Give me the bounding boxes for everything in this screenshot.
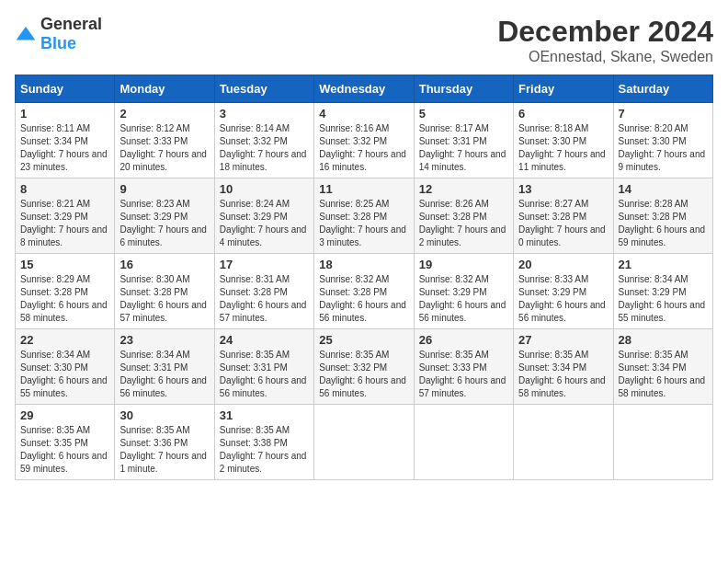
calendar-cell: 21 Sunrise: 8:34 AM Sunset: 3:29 PM Dayl… bbox=[613, 254, 712, 329]
week-row-5: 29 Sunrise: 8:35 AM Sunset: 3:35 PM Dayl… bbox=[16, 405, 713, 480]
calendar-cell: 18 Sunrise: 8:32 AM Sunset: 3:28 PM Dayl… bbox=[314, 254, 414, 329]
calendar-cell: 11 Sunrise: 8:25 AM Sunset: 3:28 PM Dayl… bbox=[314, 178, 414, 254]
day-number: 19 bbox=[419, 258, 508, 271]
calendar-cell: 27 Sunrise: 8:35 AM Sunset: 3:34 PM Dayl… bbox=[514, 329, 613, 405]
calendar-cell: 12 Sunrise: 8:26 AM Sunset: 3:28 PM Dayl… bbox=[414, 178, 513, 254]
day-info: Sunrise: 8:35 AM Sunset: 3:34 PM Dayligh… bbox=[619, 349, 708, 400]
day-number: 22 bbox=[20, 333, 109, 347]
day-info: Sunrise: 8:25 AM Sunset: 3:28 PM Dayligh… bbox=[319, 198, 408, 249]
day-number: 3 bbox=[220, 107, 309, 121]
day-number: 27 bbox=[518, 333, 608, 347]
title-block: December 2024 OEnnestad, Skane, Sweden bbox=[497, 15, 713, 65]
logo-icon bbox=[15, 25, 37, 43]
day-number: 8 bbox=[20, 182, 109, 196]
day-info: Sunrise: 8:24 AM Sunset: 3:29 PM Dayligh… bbox=[220, 198, 309, 249]
week-row-4: 22 Sunrise: 8:34 AM Sunset: 3:30 PM Dayl… bbox=[16, 329, 713, 405]
calendar-cell: 9 Sunrise: 8:23 AM Sunset: 3:29 PM Dayli… bbox=[115, 178, 214, 254]
logo: General Blue bbox=[15, 15, 102, 53]
calendar-cell bbox=[613, 405, 712, 480]
day-info: Sunrise: 8:34 AM Sunset: 3:31 PM Dayligh… bbox=[119, 349, 209, 400]
logo-blue-text: Blue bbox=[40, 34, 76, 52]
day-info: Sunrise: 8:31 AM Sunset: 3:28 PM Dayligh… bbox=[220, 273, 309, 325]
calendar-table: SundayMondayTuesdayWednesdayThursdayFrid… bbox=[15, 75, 713, 480]
day-info: Sunrise: 8:29 AM Sunset: 3:28 PM Dayligh… bbox=[20, 273, 109, 325]
day-number: 12 bbox=[419, 182, 508, 196]
calendar-cell: 13 Sunrise: 8:27 AM Sunset: 3:28 PM Dayl… bbox=[514, 178, 613, 254]
header-friday: Friday bbox=[514, 75, 613, 103]
calendar-cell: 23 Sunrise: 8:34 AM Sunset: 3:31 PM Dayl… bbox=[115, 329, 214, 405]
day-number: 5 bbox=[419, 107, 508, 121]
day-number: 15 bbox=[20, 258, 109, 271]
header-sunday: Sunday bbox=[16, 75, 115, 103]
calendar-cell: 7 Sunrise: 8:20 AM Sunset: 3:30 PM Dayli… bbox=[613, 103, 712, 178]
svg-marker-0 bbox=[17, 27, 36, 40]
calendar-cell: 26 Sunrise: 8:35 AM Sunset: 3:33 PM Dayl… bbox=[414, 329, 513, 405]
day-number: 9 bbox=[119, 182, 209, 196]
day-info: Sunrise: 8:34 AM Sunset: 3:29 PM Dayligh… bbox=[619, 273, 708, 325]
day-number: 10 bbox=[220, 182, 309, 196]
header-thursday: Thursday bbox=[414, 75, 513, 103]
day-number: 18 bbox=[319, 258, 408, 271]
calendar-cell: 29 Sunrise: 8:35 AM Sunset: 3:35 PM Dayl… bbox=[16, 405, 115, 480]
day-number: 14 bbox=[619, 182, 708, 196]
calendar-cell: 24 Sunrise: 8:35 AM Sunset: 3:31 PM Dayl… bbox=[214, 329, 313, 405]
day-number: 17 bbox=[220, 258, 309, 271]
calendar-cell: 31 Sunrise: 8:35 AM Sunset: 3:38 PM Dayl… bbox=[214, 405, 313, 480]
day-number: 20 bbox=[518, 258, 608, 271]
calendar-cell: 3 Sunrise: 8:14 AM Sunset: 3:32 PM Dayli… bbox=[214, 103, 313, 178]
day-info: Sunrise: 8:21 AM Sunset: 3:29 PM Dayligh… bbox=[20, 198, 109, 249]
day-info: Sunrise: 8:12 AM Sunset: 3:33 PM Dayligh… bbox=[119, 122, 209, 174]
day-info: Sunrise: 8:17 AM Sunset: 3:31 PM Dayligh… bbox=[419, 122, 508, 174]
day-info: Sunrise: 8:35 AM Sunset: 3:31 PM Dayligh… bbox=[220, 349, 309, 400]
day-number: 13 bbox=[518, 182, 608, 196]
day-info: Sunrise: 8:35 AM Sunset: 3:32 PM Dayligh… bbox=[319, 349, 408, 400]
logo-general-text: General bbox=[40, 15, 102, 33]
day-number: 6 bbox=[518, 107, 608, 121]
day-number: 29 bbox=[20, 408, 109, 422]
day-number: 21 bbox=[619, 258, 708, 271]
day-number: 7 bbox=[619, 107, 708, 121]
day-number: 25 bbox=[319, 333, 408, 347]
day-number: 16 bbox=[119, 258, 209, 271]
day-info: Sunrise: 8:35 AM Sunset: 3:38 PM Dayligh… bbox=[220, 424, 309, 476]
month-title: December 2024 bbox=[497, 15, 713, 49]
calendar-cell: 22 Sunrise: 8:34 AM Sunset: 3:30 PM Dayl… bbox=[16, 329, 115, 405]
day-info: Sunrise: 8:32 AM Sunset: 3:28 PM Dayligh… bbox=[319, 273, 408, 325]
calendar-cell: 6 Sunrise: 8:18 AM Sunset: 3:30 PM Dayli… bbox=[514, 103, 613, 178]
day-info: Sunrise: 8:14 AM Sunset: 3:32 PM Dayligh… bbox=[220, 122, 309, 174]
header-monday: Monday bbox=[115, 75, 214, 103]
week-row-3: 15 Sunrise: 8:29 AM Sunset: 3:28 PM Dayl… bbox=[16, 254, 713, 329]
calendar-cell bbox=[414, 405, 513, 480]
calendar-cell: 1 Sunrise: 8:11 AM Sunset: 3:34 PM Dayli… bbox=[16, 103, 115, 178]
location-title: OEnnestad, Skane, Sweden bbox=[497, 49, 713, 65]
calendar-cell: 20 Sunrise: 8:33 AM Sunset: 3:29 PM Dayl… bbox=[514, 254, 613, 329]
day-info: Sunrise: 8:35 AM Sunset: 3:33 PM Dayligh… bbox=[419, 349, 508, 400]
calendar-cell: 2 Sunrise: 8:12 AM Sunset: 3:33 PM Dayli… bbox=[115, 103, 214, 178]
day-number: 11 bbox=[319, 182, 408, 196]
day-info: Sunrise: 8:35 AM Sunset: 3:35 PM Dayligh… bbox=[20, 424, 109, 476]
day-info: Sunrise: 8:20 AM Sunset: 3:30 PM Dayligh… bbox=[619, 122, 708, 174]
day-number: 28 bbox=[619, 333, 708, 347]
day-info: Sunrise: 8:35 AM Sunset: 3:34 PM Dayligh… bbox=[518, 349, 608, 400]
calendar-cell: 28 Sunrise: 8:35 AM Sunset: 3:34 PM Dayl… bbox=[613, 329, 712, 405]
calendar-cell: 14 Sunrise: 8:28 AM Sunset: 3:28 PM Dayl… bbox=[613, 178, 712, 254]
day-info: Sunrise: 8:27 AM Sunset: 3:28 PM Dayligh… bbox=[518, 198, 608, 249]
page-header: General Blue December 2024 OEnnestad, Sk… bbox=[15, 15, 713, 65]
calendar-cell: 17 Sunrise: 8:31 AM Sunset: 3:28 PM Dayl… bbox=[214, 254, 313, 329]
week-row-2: 8 Sunrise: 8:21 AM Sunset: 3:29 PM Dayli… bbox=[16, 178, 713, 254]
calendar-cell: 4 Sunrise: 8:16 AM Sunset: 3:32 PM Dayli… bbox=[314, 103, 414, 178]
calendar-cell: 25 Sunrise: 8:35 AM Sunset: 3:32 PM Dayl… bbox=[314, 329, 414, 405]
day-number: 1 bbox=[20, 107, 109, 121]
week-row-1: 1 Sunrise: 8:11 AM Sunset: 3:34 PM Dayli… bbox=[16, 103, 713, 178]
day-info: Sunrise: 8:33 AM Sunset: 3:29 PM Dayligh… bbox=[518, 273, 608, 325]
header-wednesday: Wednesday bbox=[314, 75, 414, 103]
day-number: 30 bbox=[119, 408, 209, 422]
day-number: 31 bbox=[220, 408, 309, 422]
calendar-cell: 5 Sunrise: 8:17 AM Sunset: 3:31 PM Dayli… bbox=[414, 103, 513, 178]
day-info: Sunrise: 8:35 AM Sunset: 3:36 PM Dayligh… bbox=[119, 424, 209, 476]
day-info: Sunrise: 8:32 AM Sunset: 3:29 PM Dayligh… bbox=[419, 273, 508, 325]
calendar-cell bbox=[314, 405, 414, 480]
header-saturday: Saturday bbox=[613, 75, 712, 103]
day-number: 24 bbox=[220, 333, 309, 347]
calendar-cell: 10 Sunrise: 8:24 AM Sunset: 3:29 PM Dayl… bbox=[214, 178, 313, 254]
